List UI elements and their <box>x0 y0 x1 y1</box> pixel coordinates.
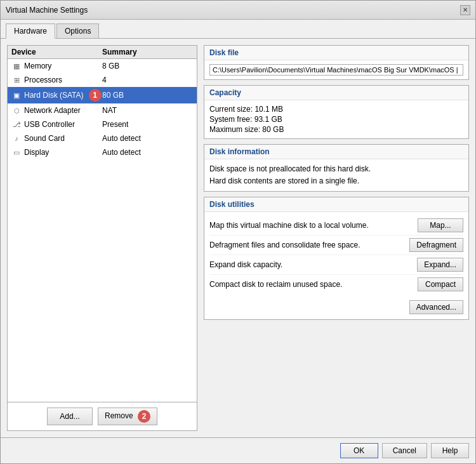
device-summary-usb: Present <box>102 120 193 129</box>
defragment-button[interactable]: Defragment <box>409 238 463 252</box>
device-table-header: Device Summary <box>8 46 197 59</box>
compact-button[interactable]: Compact <box>418 277 463 291</box>
disk-file-input[interactable] <box>209 64 463 76</box>
current-size-value: 10.1 MB <box>255 105 283 114</box>
device-row-network[interactable]: Network Adapter NAT <box>8 103 197 117</box>
expand-button[interactable]: Expand... <box>417 258 463 272</box>
disk-file-section: Disk file <box>204 45 469 80</box>
device-summary-processors: 4 <box>102 76 193 84</box>
device-row-processors[interactable]: Processors 4 <box>8 73 197 87</box>
sound-icon <box>11 135 22 142</box>
disk-utilities-title: Disk utilities <box>204 197 468 212</box>
tab-options[interactable]: Options <box>56 23 99 38</box>
disk-info-line2: Hard disk contents are stored in a singl… <box>209 175 463 187</box>
close-button[interactable]: ✕ <box>460 5 470 15</box>
capacity-title: Capacity <box>204 86 468 100</box>
disk-file-title: Disk file <box>204 46 468 60</box>
memory-icon <box>11 62 22 70</box>
device-summary-display: Auto detect <box>102 148 193 157</box>
current-size-label: Current size: <box>209 105 253 114</box>
capacity-section: Capacity Current size: 10.1 MB System fr… <box>204 85 469 139</box>
system-free-value: 93.1 GB <box>255 115 282 124</box>
device-summary-hard-disk: 80 GB <box>102 91 193 100</box>
compact-row: Compact disk to reclaim unused space. Co… <box>209 275 463 294</box>
map-label: Map this virtual machine disk to a local… <box>209 221 418 230</box>
defragment-label: Defragment files and consolidate free sp… <box>209 241 409 249</box>
bottom-bar: OK Cancel Help <box>1 437 475 463</box>
title-bar: Virtual Machine Settings ✕ <box>1 1 475 20</box>
disk-info-line1: Disk space is not preallocated for this … <box>209 163 463 175</box>
hard-disk-badge: 1 <box>89 89 102 102</box>
hdd-icon <box>11 91 22 99</box>
col-summary-header: Summary <box>102 48 193 56</box>
tab-hardware[interactable]: Hardware <box>6 23 55 39</box>
window-title: Virtual Machine Settings <box>6 6 88 15</box>
device-label-memory: Memory <box>24 62 51 70</box>
map-button[interactable]: Map... <box>418 218 463 232</box>
device-label-processors: Processors <box>24 76 62 84</box>
advanced-row: Advanced... <box>204 298 468 319</box>
remove-button[interactable]: Remove 2 <box>98 408 157 425</box>
right-panel: Disk file Capacity Current size: 10.1 MB… <box>204 45 469 431</box>
device-row-display[interactable]: Display Auto detect <box>8 145 197 159</box>
expand-label: Expand disk capacity. <box>209 260 417 269</box>
device-row-memory[interactable]: Memory 8 GB <box>8 59 197 73</box>
system-free-label: System free: <box>209 115 252 124</box>
disk-information-title: Disk information <box>204 145 468 159</box>
main-content: Device Summary Memory 8 GB Processors 4 <box>1 39 475 437</box>
device-label-sound: Sound Card <box>24 134 65 143</box>
disk-information-section: Disk information Disk space is not preal… <box>204 144 469 192</box>
help-button[interactable]: Help <box>431 443 469 458</box>
current-size-row: Current size: 10.1 MB <box>209 104 463 114</box>
cpu-icon <box>11 76 22 84</box>
maximum-size-label: Maximum size: <box>209 125 260 134</box>
device-label-hard-disk: Hard Disk (SATA) <box>24 91 84 100</box>
device-label-usb: USB Controller <box>24 120 75 129</box>
disk-utilities-content: Map this virtual machine disk to a local… <box>204 212 468 298</box>
network-icon <box>11 107 22 114</box>
col-device-header: Device <box>11 48 102 56</box>
maximum-size-value: 80 GB <box>262 125 284 134</box>
expand-row: Expand disk capacity. Expand... <box>209 255 463 275</box>
tab-bar: Hardware Options <box>1 20 475 39</box>
ok-button[interactable]: OK <box>340 443 378 458</box>
usb-icon <box>11 121 22 128</box>
system-free-row: System free: 93.1 GB <box>209 114 463 124</box>
remove-badge: 2 <box>138 410 150 423</box>
add-button[interactable]: Add... <box>47 408 93 425</box>
device-summary-network: NAT <box>102 106 193 115</box>
virtual-machine-settings-window: Virtual Machine Settings ✕ Hardware Opti… <box>0 0 476 464</box>
advanced-button[interactable]: Advanced... <box>409 300 463 314</box>
device-list-footer: Add... Remove 2 <box>8 402 197 430</box>
compact-label: Compact disk to reclaim unused space. <box>209 280 418 289</box>
capacity-content: Current size: 10.1 MB System free: 93.1 … <box>204 100 468 138</box>
device-row-usb[interactable]: USB Controller Present <box>8 117 197 131</box>
device-row-sound[interactable]: Sound Card Auto detect <box>8 131 197 145</box>
disk-utilities-section: Disk utilities Map this virtual machine … <box>204 197 469 320</box>
device-summary-sound: Auto detect <box>102 134 193 143</box>
map-row: Map this virtual machine disk to a local… <box>209 216 463 235</box>
device-summary-memory: 8 GB <box>102 62 193 70</box>
display-icon <box>11 149 22 156</box>
disk-file-content <box>204 60 468 79</box>
disk-information-content: Disk space is not preallocated for this … <box>204 159 468 191</box>
device-label-network: Network Adapter <box>24 106 81 115</box>
maximum-size-row: Maximum size: 80 GB <box>209 124 463 135</box>
cancel-button[interactable]: Cancel <box>382 443 427 458</box>
defragment-row: Defragment files and consolidate free sp… <box>209 235 463 255</box>
device-row-hard-disk[interactable]: Hard Disk (SATA) 1 80 GB <box>8 87 197 103</box>
device-label-display: Display <box>24 148 49 157</box>
device-list-panel: Device Summary Memory 8 GB Processors 4 <box>7 45 197 431</box>
